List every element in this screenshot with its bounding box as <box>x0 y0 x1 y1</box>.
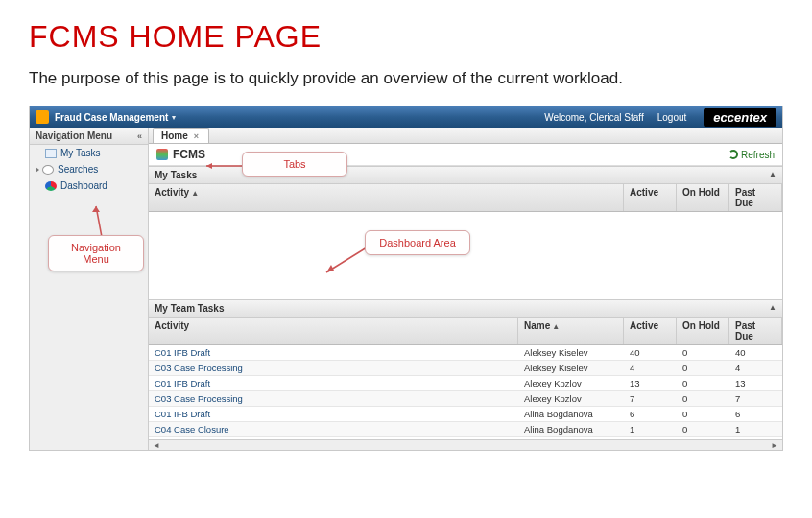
col-active[interactable]: Active <box>624 318 677 344</box>
sidebar-item-searches[interactable]: Searches <box>30 161 148 177</box>
teamtasks-grid-body[interactable]: C01 IFB DraftAleksey Kiselev40040C03 Cas… <box>149 345 782 439</box>
teamtasks-title: My Team Tasks <box>155 303 224 314</box>
col-active[interactable]: Active <box>624 184 677 211</box>
cell-name: Alexey Kozlov <box>518 391 624 406</box>
col-pastdue[interactable]: Past Due <box>729 184 782 211</box>
page-title: FCMS <box>173 148 205 161</box>
col-onhold[interactable]: On Hold <box>677 184 729 211</box>
cell-name: Alina Bogdanova <box>518 407 624 421</box>
callout-tabs: Tabs <box>242 152 347 177</box>
col-activity[interactable]: Activity▲ <box>149 184 624 211</box>
cell-onhold: 0 <box>677 376 729 390</box>
cell-activity: C01 IFB Draft <box>149 376 518 390</box>
teamtasks-panel-header: My Team Tasks ▲ <box>149 299 782 318</box>
cell-active: 7 <box>624 391 677 406</box>
sidebar-item-label: My Tasks <box>60 148 101 158</box>
teamtasks-grid-header: Activity Name▲ Active On Hold Past Due <box>149 318 782 345</box>
brand-logo: eccentex <box>704 108 776 127</box>
cell-activity: C03 Case Processing <box>149 361 518 375</box>
callout-dashboard-area: Dashboard Area <box>365 230 470 255</box>
cell-pastdue: 13 <box>729 376 782 390</box>
col-name[interactable]: Name▲ <box>518 318 624 344</box>
sidebar: Navigation Menu « My Tasks Searches Dash… <box>30 128 149 450</box>
tasks-icon <box>45 149 57 158</box>
cell-onhold: 0 <box>677 361 729 375</box>
sort-asc-icon: ▲ <box>191 189 199 198</box>
table-row[interactable]: C01 IFB DraftAlexey Kozlov13013 <box>149 376 782 391</box>
document-title: FCMS HOME PAGE <box>29 19 783 55</box>
col-label: Activity <box>155 187 189 198</box>
sidebar-item-dashboard[interactable]: Dashboard <box>30 177 148 194</box>
col-activity[interactable]: Activity <box>149 318 518 344</box>
collapse-panel-icon[interactable]: ▲ <box>769 170 776 178</box>
cell-name: Alina Bogdanova <box>518 422 624 436</box>
sort-asc-icon: ▲ <box>552 322 560 331</box>
sidebar-item-label: Dashboard <box>60 180 107 191</box>
table-row[interactable]: C03 Case ProcessingAleksey Kiselev404 <box>149 361 782 376</box>
horizontal-scrollbar[interactable]: ◄► <box>149 439 782 450</box>
cell-active: 13 <box>624 376 677 390</box>
cell-pastdue: 1 <box>729 422 782 436</box>
app-name: Fraud Case Management <box>55 112 168 123</box>
cell-onhold: 0 <box>677 407 729 421</box>
cell-onhold: 0 <box>677 391 729 406</box>
welcome-text: Welcome, Clerical Staff <box>544 112 644 123</box>
cell-active: 6 <box>624 407 677 421</box>
col-onhold[interactable]: On Hold <box>677 318 729 344</box>
cell-name: Aleksey Kiselev <box>518 345 624 360</box>
cell-pastdue: 40 <box>729 345 782 360</box>
cell-pastdue: 4 <box>729 361 782 375</box>
cell-onhold: 0 <box>677 422 729 436</box>
tab-home[interactable]: Home × <box>153 128 209 143</box>
app-window: Fraud Case Management ▾ Welcome, Clerica… <box>29 106 783 451</box>
main-area: Home × FCMS Refresh My Tasks ▲ <box>149 128 782 450</box>
cell-pastdue: 6 <box>729 407 782 421</box>
cell-active: 4 <box>624 361 677 375</box>
tab-label: Home <box>161 130 188 141</box>
table-row[interactable]: C01 IFB DraftAlina Bogdanova606 <box>149 407 782 422</box>
col-pastdue[interactable]: Past Due <box>729 318 782 344</box>
home-icon[interactable] <box>36 110 49 124</box>
cell-activity: C04 Case Closure <box>149 422 518 436</box>
chevron-down-icon[interactable]: ▾ <box>172 113 176 122</box>
refresh-label: Refresh <box>741 150 775 160</box>
expand-icon <box>36 167 39 173</box>
svg-marker-1 <box>206 163 212 169</box>
mytasks-grid-header: Activity▲ Active On Hold Past Due <box>149 184 782 212</box>
cell-onhold: 0 <box>677 345 729 360</box>
table-row[interactable]: C03 Case ProcessingAlexey Kozlov707 <box>149 391 782 407</box>
cell-active: 1 <box>624 422 677 436</box>
cell-active: 40 <box>624 345 677 360</box>
cell-activity: C01 IFB Draft <box>149 345 518 360</box>
svg-marker-5 <box>326 265 334 272</box>
callout-navigation-menu: Navigation Menu <box>48 235 144 271</box>
collapse-icon[interactable]: « <box>137 131 142 141</box>
chart-icon <box>156 149 168 160</box>
logout-link[interactable]: Logout <box>657 112 687 123</box>
svg-marker-3 <box>92 206 100 212</box>
sidebar-item-label: Searches <box>58 164 98 175</box>
tab-bar: Home × <box>149 128 782 144</box>
col-label: Name <box>524 320 550 331</box>
cell-name: Aleksey Kiselev <box>518 361 624 375</box>
sidebar-title: Navigation Menu <box>36 130 112 141</box>
table-row[interactable]: C01 IFB DraftAleksey Kiselev40040 <box>149 345 782 361</box>
refresh-icon <box>728 150 738 159</box>
refresh-button[interactable]: Refresh <box>728 150 775 160</box>
top-bar: Fraud Case Management ▾ Welcome, Clerica… <box>30 106 782 128</box>
cell-name: Alexey Kozlov <box>518 376 624 390</box>
mytasks-grid-body <box>149 212 782 299</box>
cell-activity: C03 Case Processing <box>149 391 518 406</box>
mytasks-title: My Tasks <box>155 170 197 180</box>
sidebar-item-my-tasks[interactable]: My Tasks <box>30 145 148 161</box>
search-icon <box>42 165 54 175</box>
dashboard-icon <box>45 181 57 191</box>
close-icon[interactable]: × <box>194 131 199 141</box>
cell-activity: C01 IFB Draft <box>149 407 518 421</box>
document-description: The purpose of this page is to quickly p… <box>29 69 783 88</box>
sidebar-header: Navigation Menu « <box>30 128 148 145</box>
cell-pastdue: 7 <box>729 391 782 406</box>
collapse-panel-icon[interactable]: ▲ <box>769 303 776 312</box>
table-row[interactable]: C04 Case ClosureAlina Bogdanova101 <box>149 422 782 437</box>
